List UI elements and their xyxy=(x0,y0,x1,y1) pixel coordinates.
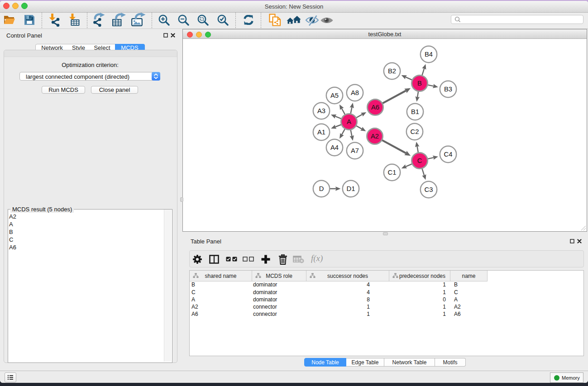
svg-text:C: C xyxy=(417,157,422,164)
svg-text:C4: C4 xyxy=(444,151,453,158)
svg-text:C2: C2 xyxy=(411,128,419,135)
svg-text:A5: A5 xyxy=(330,92,339,99)
svg-text:B: B xyxy=(417,80,422,87)
svg-text:A8: A8 xyxy=(351,89,359,96)
svg-text:A6: A6 xyxy=(371,104,379,111)
svg-text:A7: A7 xyxy=(351,147,359,154)
svg-text:B2: B2 xyxy=(388,67,396,75)
svg-text:A: A xyxy=(347,118,351,125)
svg-text:B4: B4 xyxy=(425,51,433,58)
svg-text:A2: A2 xyxy=(371,133,379,140)
svg-text:D1: D1 xyxy=(347,185,355,192)
svg-text:B3: B3 xyxy=(444,86,452,93)
svg-text:C1: C1 xyxy=(388,169,397,176)
svg-text:A4: A4 xyxy=(330,144,339,151)
svg-text:D: D xyxy=(319,185,324,192)
svg-text:B1: B1 xyxy=(411,108,419,115)
svg-text:C3: C3 xyxy=(425,186,433,193)
svg-text:A1: A1 xyxy=(317,129,325,136)
svg-text:A3: A3 xyxy=(317,107,325,114)
